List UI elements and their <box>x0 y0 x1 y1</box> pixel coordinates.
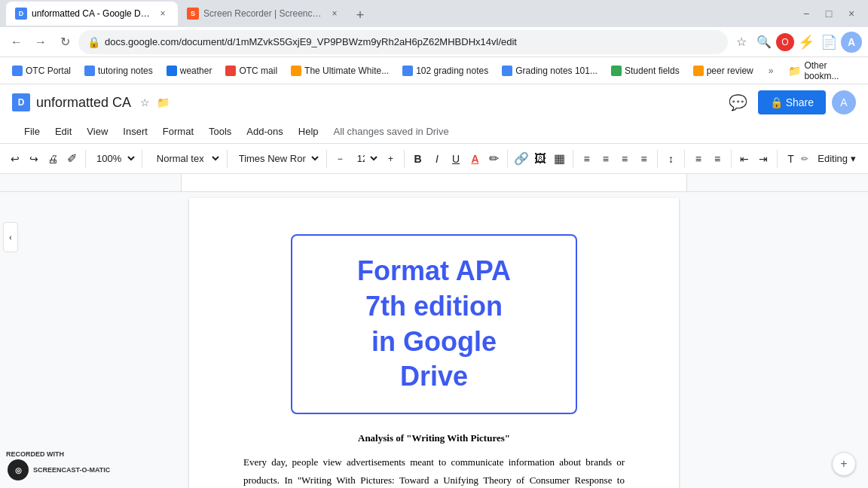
menu-edit[interactable]: Edit <box>49 123 78 140</box>
user-avatar[interactable]: A <box>832 90 856 114</box>
table-button[interactable]: ▦ <box>551 148 568 169</box>
doc-title: unformatted CA <box>36 95 131 111</box>
bookmarks-bar: OTC Portal tutoring notes weather OTC ma… <box>0 57 868 84</box>
bookmark-favicon-4 <box>225 66 236 76</box>
menu-addons[interactable]: Add-ons <box>240 123 289 140</box>
share-button[interactable]: 🔒 Share <box>758 90 826 114</box>
menu-view[interactable]: View <box>81 123 114 140</box>
bookmark-102-grading[interactable]: 102 grading notes <box>396 63 494 79</box>
close-button[interactable]: × <box>841 3 862 24</box>
bookmark-peer-review[interactable]: peer review <box>687 63 760 79</box>
zoom-select[interactable]: 100% <box>90 151 137 166</box>
minimize-button[interactable]: − <box>796 3 817 24</box>
search-button[interactable]: 🔍 <box>753 32 775 53</box>
browser-titlebar: D unformatted CA - Google Docs × S Scree… <box>0 0 868 27</box>
list-bullet-button[interactable]: ≡ <box>708 148 726 169</box>
tab-favicon-1: D <box>15 8 27 20</box>
tab-close-2[interactable]: × <box>329 8 341 20</box>
maximize-button[interactable]: □ <box>818 3 839 24</box>
profile-avatar[interactable]: A <box>841 32 862 53</box>
ruler-inner <box>181 174 687 191</box>
menu-file[interactable]: File <box>18 123 46 140</box>
screencast-text-block: RECORDED WITH ◎ SCREENCAST-O-MATIC <box>6 450 110 482</box>
underline-button[interactable]: U <box>448 148 465 169</box>
link-button[interactable]: 🔗 <box>512 148 530 169</box>
other-bookmarks-label: Other bookm... <box>804 60 856 81</box>
line-spacing-button[interactable]: ↕ <box>662 148 680 169</box>
forward-button[interactable]: → <box>30 32 51 53</box>
share-label: Share <box>786 96 814 108</box>
bookmark-favicon-3 <box>167 66 177 76</box>
tab-bar: D unformatted CA - Google Docs × S Scree… <box>6 2 793 26</box>
bookmark-label-1: OTC Portal <box>26 66 71 76</box>
bookmark-weather[interactable]: weather <box>160 63 219 79</box>
list-numbered-button[interactable]: ≡ <box>689 148 707 169</box>
tab-close-1[interactable]: × <box>157 8 169 20</box>
star-button[interactable]: ☆ <box>137 95 152 110</box>
print-button[interactable]: 🖨 <box>44 148 62 169</box>
explore-button[interactable]: + <box>832 452 856 476</box>
toolbar-divider-1 <box>85 150 86 168</box>
bookmark-ultimate[interactable]: The Ultimate White... <box>285 63 395 79</box>
text-color-button[interactable]: A <box>466 148 484 169</box>
tab-inactive[interactable]: S Screen Recorder | Screencast-O... × <box>178 2 350 26</box>
pencil-icon: ✏ <box>801 154 808 164</box>
bookmark-favicon-2 <box>84 66 95 76</box>
doc-title-icons: ☆ 📁 <box>137 95 170 110</box>
align-center-button[interactable]: ≡ <box>597 148 614 169</box>
toolbar-divider-5 <box>404 150 405 168</box>
menu-help[interactable]: Help <box>292 123 325 140</box>
undo-button[interactable]: ↩ <box>6 148 23 169</box>
align-left-button[interactable]: ≡ <box>578 148 595 169</box>
bookmark-star-button[interactable]: ☆ <box>731 32 752 53</box>
bookmark-student-fields[interactable]: Student fields <box>605 63 686 79</box>
main-content: ‹ Format APA 7th edition in Google Drive… <box>0 192 868 488</box>
comment-button[interactable]: 💬 <box>725 89 752 116</box>
font-select[interactable]: Times New Roman Arial Georgia <box>232 150 322 167</box>
toolbar-divider-10 <box>731 150 732 168</box>
opera-icon[interactable]: O <box>776 33 794 51</box>
bookmark-otc-portal[interactable]: OTC Portal <box>6 63 77 79</box>
bookmark-grading-101[interactable]: Grading notes 101... <box>496 63 604 79</box>
tab-active[interactable]: D unformatted CA - Google Docs × <box>6 2 178 26</box>
italic-button[interactable]: I <box>428 148 445 169</box>
feature-line-4: Drive <box>310 359 558 395</box>
bookmark-label-5: The Ultimate White... <box>304 66 389 76</box>
image-button[interactable]: 🖼 <box>532 148 549 169</box>
new-tab-button[interactable]: + <box>350 5 371 26</box>
editing-button[interactable]: Editing ▾ <box>811 150 862 167</box>
doc-page: Format APA 7th edition in Google Drive A… <box>189 198 679 488</box>
redo-button[interactable]: ↪ <box>25 148 42 169</box>
font-size-decrease-button[interactable]: − <box>332 148 349 169</box>
font-size-select[interactable]: 12 10 14 16 <box>350 150 381 167</box>
menu-insert[interactable]: Insert <box>117 123 154 140</box>
other-bookmarks[interactable]: 📁 Other bookm... <box>782 57 862 84</box>
menu-tools[interactable]: Tools <box>203 123 237 140</box>
refresh-button[interactable]: ↻ <box>54 32 75 53</box>
style-select[interactable]: Normal text Heading 1 Heading 2 Title <box>147 150 222 167</box>
bold-button[interactable]: B <box>409 148 426 169</box>
highlight-button[interactable]: ✏ <box>485 148 503 169</box>
back-button[interactable]: ← <box>6 32 27 53</box>
bookmark-tutoring[interactable]: tutoring notes <box>78 63 159 79</box>
align-right-button[interactable]: ≡ <box>616 148 634 169</box>
folder-button[interactable]: 📁 <box>155 95 170 110</box>
url-bar[interactable]: 🔒 docs.google.com/document/d/1mMZvkS5Gxj… <box>78 30 728 54</box>
toolbar-divider-2 <box>142 150 142 168</box>
doc-icon: D <box>12 93 30 111</box>
menu-format[interactable]: Format <box>157 123 200 140</box>
editing-label: Editing <box>818 153 848 164</box>
tab-favicon-2: S <box>187 8 199 20</box>
extension-icon-1[interactable]: ⚡ <box>796 32 817 53</box>
align-justify-button[interactable]: ≡ <box>635 148 653 169</box>
indent-decrease-button[interactable]: ⇤ <box>736 148 753 169</box>
indent-increase-button[interactable]: ⇥ <box>755 148 772 169</box>
clear-formatting-button[interactable]: T <box>782 148 799 169</box>
feature-line-3: in Google <box>310 325 558 360</box>
outline-toggle-button[interactable]: ‹ <box>3 222 18 252</box>
paint-format-button[interactable]: ✐ <box>63 148 81 169</box>
extension-icon-2[interactable]: 📄 <box>818 32 839 53</box>
bookmark-mail[interactable]: OTC mail <box>219 63 283 79</box>
font-size-increase-button[interactable]: + <box>382 148 399 169</box>
more-bookmarks-button[interactable]: » <box>761 60 781 81</box>
